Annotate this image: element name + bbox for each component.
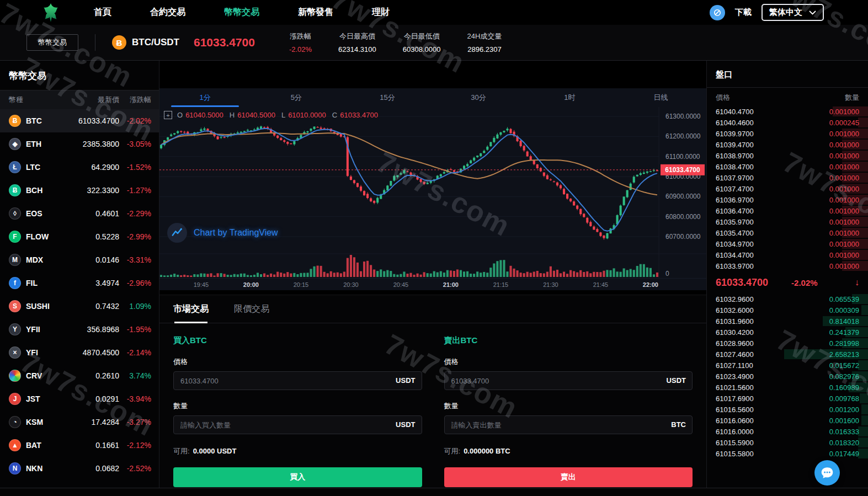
timeframe-tab-日线[interactable]: 日线	[615, 88, 706, 107]
timeframe-tab-15分[interactable]: 15分	[342, 88, 433, 107]
orderbook-bid-row[interactable]: 61032.60000.000309	[707, 305, 868, 316]
trade-tab-2[interactable]: 限價交易	[234, 295, 269, 323]
ob-price: 61038.9700	[716, 152, 754, 160]
orderbook-bid-row[interactable]: 61032.96000.065539	[707, 294, 868, 305]
orderbook-ask-row[interactable]: 61040.47000.001000	[707, 106, 868, 117]
coin-row-jst[interactable]: JJST0.0291-3.94%	[0, 387, 159, 410]
orderbook-bid-row[interactable]: 61016.06000.001600	[707, 415, 868, 426]
coin-row-eth[interactable]: ◆ETH2385.3800-3.05%	[0, 132, 159, 156]
orderbook-bid-row[interactable]: 61021.56000.160989	[707, 382, 868, 393]
orderbook-bid-row[interactable]: 61031.96000.814018	[707, 316, 868, 327]
coin-row-yfi[interactable]: ×YFI4870.4500-2.14%	[0, 341, 159, 364]
buy-available-value: 0.0000 USDT	[193, 447, 237, 455]
depth-bar	[858, 426, 868, 436]
timeframe-tab-5分[interactable]: 5分	[251, 88, 342, 107]
orderbook-ask-row[interactable]: 61035.47000.001000	[707, 227, 868, 238]
language-selector[interactable]: 繁体中文	[762, 4, 824, 21]
orderbook-bid-row[interactable]: 61016.00000.016333	[707, 426, 868, 437]
coin-icon: M	[9, 254, 21, 266]
coin-row-yfii[interactable]: YYFII356.8968-1.95%	[0, 318, 159, 341]
orderbook-ask-row[interactable]: 61034.97000.001000	[707, 238, 868, 249]
coin-row-crv[interactable]: CRV0.26103.74%	[0, 364, 159, 387]
nav-item-4[interactable]: 新幣發售	[298, 7, 333, 18]
market-type-button[interactable]: 幣幣交易	[26, 34, 78, 51]
coin-row-btc[interactable]: ɃBTC61033.4700-2.02%	[0, 109, 159, 132]
coin-price: 0.7432	[54, 302, 119, 311]
time-tick: 20:30	[340, 281, 362, 288]
ob-price: 61038.4700	[716, 163, 754, 171]
timeframe-tab-30分[interactable]: 30分	[433, 88, 524, 107]
coin-row-flow[interactable]: FFLOW0.5228-2.99%	[0, 225, 159, 248]
orderbook-bid-row[interactable]: 61028.96000.281998	[707, 338, 868, 349]
orderbook-ask-row[interactable]: 61033.97000.001000	[707, 260, 868, 271]
sell-qty-unit: BTC	[671, 420, 686, 429]
orderbook-ask-row[interactable]: 61035.97000.001000	[707, 216, 868, 227]
tradingview-attribution[interactable]: Chart by TradingView	[167, 223, 278, 243]
sell-form: 賣出BTC 價格 USDT 數量 BTC 可用:0.000000 BTC 賣出	[444, 335, 693, 487]
coin-row-fil[interactable]: fFIL3.4974-2.96%	[0, 271, 159, 295]
nav-item-5[interactable]: 理財	[372, 7, 390, 18]
time-tick: 21:45	[589, 281, 611, 288]
orderbook-ask-row[interactable]: 61038.47000.001000	[707, 161, 868, 172]
orderbook-ask-row[interactable]: 61039.47000.001000	[707, 139, 868, 150]
timeframe-tab-1时[interactable]: 1时	[524, 88, 615, 107]
coin-icon: Ƀ	[9, 184, 21, 196]
coin-row-bch[interactable]: ɃBCH322.3300-1.27%	[0, 179, 159, 202]
orderbook-ask-row[interactable]: 61040.46000.000245	[707, 117, 868, 128]
orderbook-bid-row[interactable]: 61015.59000.018320	[707, 437, 868, 448]
coin-change: -1.95%	[119, 325, 151, 334]
buy-qty-input[interactable]	[173, 415, 422, 434]
orderbook-bid-row[interactable]: 61015.58000.017449	[707, 448, 868, 459]
orderbook-bid-row[interactable]: 61030.42000.241379	[707, 327, 868, 338]
orderbook-bid-row[interactable]: 61027.11000.015672	[707, 360, 868, 371]
coin-row-ltc[interactable]: ŁLTC64.2900-1.52%	[0, 156, 159, 179]
nav-item-2[interactable]: 合約交易	[150, 7, 185, 18]
pair-name[interactable]: BTC/USDT	[132, 37, 179, 48]
coin-rows: ɃBTC61033.4700-2.02%◆ETH2385.3800-3.05%Ł…	[0, 109, 159, 480]
coin-symbol: JST	[26, 394, 40, 403]
nav-item-3[interactable]: 幣幣交易	[224, 7, 259, 18]
orderbook-bid-row[interactable]: 61016.56000.001200	[707, 404, 868, 415]
buy-button[interactable]: 買入	[173, 467, 422, 487]
site-logo-phoenix-icon[interactable]	[42, 3, 60, 23]
orderbook-ask-row[interactable]: 61037.97000.001000	[707, 172, 868, 183]
time-tick: 22:00	[640, 281, 662, 288]
chat-support-button[interactable]	[814, 460, 840, 486]
orderbook-ask-row[interactable]: 61036.47000.001000	[707, 205, 868, 216]
coin-change: -1.52%	[119, 163, 151, 172]
orderbook-ask-row[interactable]: 61039.97000.001000	[707, 128, 868, 139]
coin-row-bat[interactable]: ▲BAT0.1661-2.12%	[0, 434, 159, 457]
download-label[interactable]: 下載	[735, 7, 752, 18]
buy-price-input[interactable]	[173, 371, 422, 390]
ticker-stat: 今日最低價60308.0000	[403, 31, 441, 54]
coin-row-sushi[interactable]: SSUSHI0.74321.09%	[0, 295, 159, 318]
time-tick: 21:15	[489, 281, 512, 288]
orderbook-title: 盤口	[707, 61, 868, 88]
coin-row-nkn[interactable]: NNKN0.0682-2.52%	[0, 457, 159, 480]
orderbook-bid-row[interactable]: 61027.46002.658213	[707, 349, 868, 360]
nav-right: 下載 繁体中文	[710, 4, 868, 21]
download-app-icon[interactable]	[710, 5, 725, 20]
coin-row-ksm[interactable]: ◔KSM17.4284-3.27%	[0, 410, 159, 434]
candlestick-chart[interactable]: 61300.000061200.000061100.000061000.0000…	[159, 107, 706, 278]
orderbook-ask-row[interactable]: 61038.97000.001000	[707, 150, 868, 161]
orderbook-ask-row[interactable]: 61034.47000.001000	[707, 249, 868, 260]
sell-button[interactable]: 賣出	[444, 467, 693, 487]
ob-qty: 0.001000	[829, 262, 859, 270]
orderbook-bid-row[interactable]: 61023.49000.082976	[707, 371, 868, 382]
trade-tab-1[interactable]: 市場交易	[173, 295, 209, 323]
coin-row-mdx[interactable]: MMDX0.0146-3.31%	[0, 248, 159, 271]
chart-time-axis: 19:4520:0020:1520:3020:4521:0021:1521:30…	[159, 278, 706, 291]
orderbook-ask-row[interactable]: 61037.47000.001000	[707, 183, 868, 194]
timeframe-tab-1分[interactable]: 1分	[159, 88, 251, 107]
orderbook-ask-row[interactable]: 61036.97000.001000	[707, 194, 868, 205]
sell-qty-input[interactable]	[444, 415, 693, 434]
ob-qty: 0.241379	[829, 328, 859, 337]
orderbook-bid-row[interactable]: 61017.69000.009768	[707, 393, 868, 404]
coin-change: -3.94%	[119, 394, 151, 403]
coin-icon: Ƀ	[9, 115, 21, 127]
sell-price-input[interactable]	[444, 371, 693, 390]
nav-item-1[interactable]: 首頁	[94, 7, 111, 18]
ob-qty: 0.015672	[829, 361, 859, 370]
coin-row-eos[interactable]: ◊EOS0.4601-2.29%	[0, 202, 159, 225]
